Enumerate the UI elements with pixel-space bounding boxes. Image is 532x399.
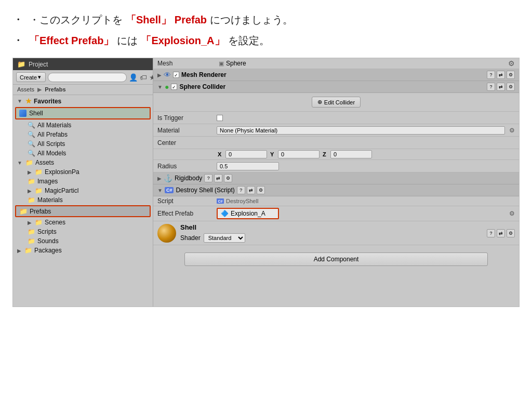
project-panel: 📁 Project Create ▾ 👤 🏷 ★ 🔒 9 Assets ▶ Pr… xyxy=(13,58,153,307)
shader-label: Shader xyxy=(180,234,201,242)
shell-material-name: Shell xyxy=(180,223,483,231)
packages-icon: 📁 xyxy=(24,247,32,254)
sidebar-item-prefabs[interactable]: 📁 Prefabs xyxy=(15,205,151,217)
project-tree: ▼ ★ Favorites Shell 🔍 All Materials 🔍 Al… xyxy=(13,95,153,307)
y-input[interactable] xyxy=(278,150,320,158)
shader-row: Shader Standard xyxy=(180,233,483,243)
sidebar-item-explosionpa[interactable]: ▶ 📁 ExplosionPa xyxy=(13,167,153,177)
packages-label: Packages xyxy=(34,247,62,254)
favorites-arrow: ▼ xyxy=(17,98,22,104)
scenes-arrow: ▶ xyxy=(28,220,32,225)
shell-material-row: Shell Shader Standard ? ⇄ ⚙ xyxy=(153,221,519,245)
sidebar-item-all-models[interactable]: 🔍 All Models xyxy=(13,149,153,158)
rigidbody-btn2[interactable]: ⇄ xyxy=(214,174,222,182)
materials-label: Materials xyxy=(37,196,63,204)
favorites-header[interactable]: ▼ ★ Favorites xyxy=(13,96,153,106)
is-trigger-row: Is Trigger xyxy=(153,112,519,124)
bullet2: ・ xyxy=(12,30,24,51)
assets-arrow: ▼ xyxy=(17,160,22,166)
create-label: Create xyxy=(20,74,37,81)
destroy-shell-btn1[interactable]: ? xyxy=(237,186,245,194)
line2-suffix: を設定。 xyxy=(228,31,270,50)
sidebar-item-scenes[interactable]: ▶ 📁 Scenes xyxy=(13,218,153,227)
shell-mat-btn1[interactable]: ? xyxy=(487,229,495,237)
sphere-collider-arrow: ▼ xyxy=(157,84,163,90)
assets-label: Assets xyxy=(35,159,54,166)
rigidbody-btn1[interactable]: ? xyxy=(204,174,212,182)
explosionpa-label: ExplosionPa xyxy=(45,168,79,176)
person-icon: 👤 xyxy=(129,73,138,82)
mesh-renderer-settings-btn[interactable]: ⚙ xyxy=(507,71,515,79)
create-button[interactable]: Create ▾ xyxy=(16,72,46,82)
mesh-renderer-title: Mesh Renderer xyxy=(181,71,485,78)
shell-item[interactable]: Shell xyxy=(15,107,151,119)
explosionpa-icon: 📁 xyxy=(35,168,43,176)
shell-mat-btn2[interactable]: ⇄ xyxy=(497,229,505,237)
x-input[interactable] xyxy=(225,150,267,158)
sphere-collider-settings[interactable]: ⚙ xyxy=(507,83,515,91)
sidebar-item-all-materials[interactable]: 🔍 All Materials xyxy=(13,121,153,130)
sidebar-item-magicparticl[interactable]: ▶ 📁 MagicParticl xyxy=(13,186,153,195)
mesh-renderer-icon-btn2[interactable]: ⇄ xyxy=(497,71,505,79)
mesh-renderer-icons: ? ⇄ ⚙ xyxy=(487,71,515,79)
shell-mat-settings[interactable]: ⚙ xyxy=(507,229,515,237)
destroy-shell-settings[interactable]: ⚙ xyxy=(257,186,265,194)
edit-collider-icon: ⊕ xyxy=(317,99,322,105)
sphere-collider-checkbox[interactable]: ✓ xyxy=(171,84,177,90)
sidebar-item-sounds[interactable]: 📁 Sounds xyxy=(13,236,153,246)
add-component-button[interactable]: Add Component xyxy=(184,252,488,266)
sphere-collider-icon: ● xyxy=(165,83,169,91)
assets-folder-icon: 📁 xyxy=(25,159,33,166)
instruction-line2: ・ 「Effect Prefab」 には 「Explosion_A」 を設定。 xyxy=(12,30,520,51)
mesh-renderer-checkbox[interactable]: ✓ xyxy=(173,72,179,78)
sphere-collider-header[interactable]: ▼ ● ✓ Sphere Collider ? ⇄ ⚙ xyxy=(153,81,519,93)
sounds-icon: 📁 xyxy=(28,237,35,245)
z-input[interactable] xyxy=(330,150,372,158)
shader-select[interactable]: Standard xyxy=(204,233,245,243)
packages-arrow: ▶ xyxy=(17,248,21,254)
rigidbody-header[interactable]: ▶ ⚓ Rigidbody ? ⇄ ⚙ xyxy=(153,172,519,184)
sidebar-item-packages[interactable]: ▶ 📁 Packages xyxy=(13,246,153,255)
sphere-collider-btn1[interactable]: ? xyxy=(487,83,495,91)
sidebar-item-scripts[interactable]: 📁 Scripts xyxy=(13,227,153,236)
search-input[interactable] xyxy=(48,73,127,82)
star-icon: ★ xyxy=(25,97,32,105)
material-value: None (Physic Material) xyxy=(217,126,505,135)
mesh-icon: ▣ xyxy=(219,60,224,67)
is-trigger-checkbox[interactable] xyxy=(217,115,223,121)
x-field: X xyxy=(218,150,267,158)
sidebar-item-all-scripts[interactable]: 🔍 All Scripts xyxy=(13,139,153,149)
radius-label: Radius xyxy=(157,163,215,170)
destroy-shell-btn2[interactable]: ⇄ xyxy=(247,186,255,194)
instruction-line1: ・ ・このスクリプトを 「Shell」 Prefab につけましょう。 xyxy=(12,9,520,30)
assets-header[interactable]: ▼ 📁 Assets xyxy=(13,158,153,167)
explosion-icon: 🔷 xyxy=(221,210,229,217)
material-row: Material None (Physic Material) ⚙ xyxy=(153,124,519,137)
radius-input[interactable] xyxy=(217,162,279,170)
magicparticl-arrow: ▶ xyxy=(28,188,32,194)
scripts-icon: 📁 xyxy=(28,228,35,235)
y-field: Y xyxy=(270,150,320,158)
all-models-label: All Models xyxy=(37,150,66,157)
center-row: Center xyxy=(153,137,519,149)
mesh-renderer-icon-btn1[interactable]: ? xyxy=(487,71,495,79)
instructions-section: ・ ・このスクリプトを 「Shell」 Prefab につけましょう。 ・ 「E… xyxy=(0,0,532,58)
sidebar-item-materials[interactable]: 📁 Materials xyxy=(13,195,153,205)
line2-highlight2: 「Explosion_A」 xyxy=(141,31,224,50)
mesh-renderer-header[interactable]: ▶ 👁 ✓ Mesh Renderer ? ⇄ ⚙ xyxy=(153,69,519,81)
destroy-shell-header[interactable]: ▼ C# Destroy Shell (Script) ? ⇄ ⚙ xyxy=(153,184,519,196)
sidebar-item-all-prefabs[interactable]: 🔍 All Prefabs xyxy=(13,130,153,139)
shell-material-info: Shell Shader Standard xyxy=(180,223,483,243)
add-component-label: Add Component xyxy=(314,256,359,263)
mesh-value-container: ▣ Sphere xyxy=(219,60,246,67)
rigidbody-settings[interactable]: ⚙ xyxy=(224,174,232,182)
line1-prefix: ・このスクリプトを xyxy=(29,10,123,29)
all-scripts-label: All Scripts xyxy=(37,140,65,148)
sphere-collider-btn2[interactable]: ⇄ xyxy=(497,83,505,91)
create-dropdown-icon: ▾ xyxy=(38,74,41,81)
project-toolbar[interactable]: Create ▾ 👤 🏷 ★ 🔒 9 xyxy=(13,70,153,85)
sidebar-item-images[interactable]: 📁 Images xyxy=(13,177,153,186)
edit-collider-button[interactable]: ⊕ Edit Collider xyxy=(312,97,361,108)
explosion-value-container[interactable]: 🔷 Explosion_A xyxy=(217,208,279,219)
explosion-value: Explosion_A xyxy=(231,210,265,217)
